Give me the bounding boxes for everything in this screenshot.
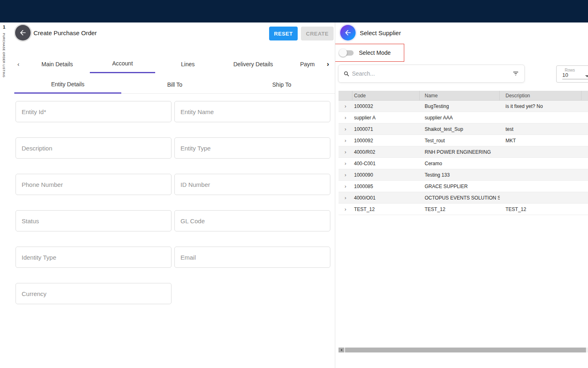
entity-id-input[interactable]: [16, 101, 172, 122]
cell-name: Testing 133: [420, 172, 500, 178]
supplier-row[interactable]: › 1000090 Testing 133: [339, 169, 588, 181]
tab-lines[interactable]: Lines: [155, 55, 220, 73]
chevron-right-icon: ›: [327, 60, 329, 68]
reset-button[interactable]: RESET: [269, 27, 298, 40]
supplier-row[interactable]: › 400-C001 Ceramo: [339, 158, 588, 169]
rows-value-row[interactable]: 10: [562, 72, 588, 79]
supplier-row[interactable]: › 4000/R02 RNH POWER ENGINEERING: [339, 146, 588, 158]
cell-name: Test_rout: [420, 138, 500, 144]
triangle-left-icon: [341, 349, 342, 351]
cell-name: TEST_12: [420, 206, 500, 212]
tab-payment[interactable]: Paym: [286, 55, 327, 73]
cell-name: supplier AAA: [420, 115, 500, 121]
cell-name: Shaikot_test_Sup: [420, 126, 500, 132]
strip-index: 1: [3, 25, 5, 29]
rows-per-page-select[interactable]: Rows 10: [556, 65, 588, 83]
subtab-ship-to[interactable]: Ship To: [228, 76, 335, 94]
gl-code-input[interactable]: [174, 210, 330, 231]
toggle-thumb: [339, 49, 347, 57]
subtab-entity-details[interactable]: Entity Details: [14, 76, 121, 94]
chevron-left-icon: ‹: [18, 61, 20, 67]
supplier-back-button[interactable]: [340, 25, 356, 40]
horizontal-scrollbar[interactable]: [339, 348, 588, 352]
tab-account[interactable]: Account: [90, 55, 155, 73]
cell-description: is it fixed yet? No: [500, 103, 581, 109]
header-name[interactable]: Name: [420, 91, 500, 101]
row-expand-icon[interactable]: ›: [339, 172, 352, 178]
back-button[interactable]: [15, 25, 31, 40]
entity-type-input[interactable]: [174, 137, 330, 159]
row-expand-icon[interactable]: ›: [339, 137, 352, 144]
supplier-row[interactable]: › 4000/O01 OCTOPUS EVENTS SOLUTION S...: [339, 192, 588, 204]
email-input[interactable]: [174, 247, 330, 268]
supplier-row[interactable]: › supplier A supplier AAA: [339, 112, 588, 123]
row-expand-icon[interactable]: ›: [339, 206, 352, 212]
header-code[interactable]: Code: [352, 91, 420, 101]
row-expand-icon[interactable]: ›: [339, 114, 352, 121]
supplier-row[interactable]: › TEST_12 TEST_12 TEST_12: [339, 204, 588, 215]
tab-main-details[interactable]: Main Details: [24, 55, 90, 73]
cell-code: 1000071: [352, 126, 420, 132]
select-mode-toggle[interactable]: [339, 49, 355, 57]
create-po-panel: Create Purchase Order RESET CREATE ‹ Mai…: [14, 22, 335, 368]
cell-name: RNH POWER ENGINEERING: [420, 149, 500, 155]
row-expand-icon[interactable]: ›: [339, 195, 352, 201]
cell-name: GRACE SUPPLIER: [420, 184, 500, 189]
arrow-back-icon: [19, 29, 27, 37]
currency-input[interactable]: [16, 283, 172, 304]
scrollbar-thumb[interactable]: [345, 348, 586, 352]
tab-delivery-details[interactable]: Delivery Details: [220, 55, 286, 73]
supplier-panel-title: Select Supplier: [360, 29, 401, 36]
header-clipped-col: [581, 91, 588, 101]
cell-code: 1000092: [352, 138, 420, 144]
screen: 1 PURCHASE ORDER LISTING Create Purchase…: [0, 0, 588, 368]
side-strip[interactable]: 1 PURCHASE ORDER LISTING: [0, 22, 14, 368]
status-input[interactable]: [16, 210, 172, 231]
cell-name: Ceramo: [420, 161, 500, 166]
header-expand-col: [339, 91, 352, 101]
chevron-down-icon: [585, 75, 588, 77]
entity-name-input[interactable]: [174, 101, 330, 122]
header-description[interactable]: Description: [500, 91, 581, 101]
top-navbar: [0, 0, 588, 22]
description-input[interactable]: [16, 137, 172, 159]
create-button[interactable]: CREATE: [301, 27, 334, 40]
subtab-bill-to[interactable]: Bill To: [121, 76, 228, 94]
id-number-input[interactable]: [174, 174, 330, 195]
supplier-search-input[interactable]: [352, 70, 512, 77]
row-expand-icon[interactable]: ›: [339, 183, 352, 189]
cell-code: 1000090: [352, 172, 420, 178]
supplier-row[interactable]: › 1000032 BugTesting is it fixed yet? No: [339, 101, 588, 112]
filter-icon[interactable]: [512, 70, 519, 77]
search-icon: [343, 71, 350, 77]
tabs-scroll-right[interactable]: ›: [324, 55, 332, 73]
row-expand-icon[interactable]: ›: [339, 103, 352, 109]
cell-code: supplier A: [352, 115, 420, 121]
table-header-row: Code Name Description: [339, 91, 588, 101]
cell-code: 4000/O01: [352, 195, 420, 201]
supplier-row[interactable]: › 1000092 Test_rout MKT: [339, 135, 588, 146]
strip-label: PURCHASE ORDER LISTING: [2, 33, 5, 78]
select-mode-label: Select Mode: [359, 49, 391, 56]
cell-code: 400-C001: [352, 161, 420, 166]
row-expand-icon[interactable]: ›: [339, 126, 352, 132]
supplier-table: Code Name Description › 1000032 BugTesti…: [339, 91, 588, 215]
supplier-search-box: [338, 65, 525, 83]
arrow-back-icon: [344, 29, 352, 37]
row-expand-icon[interactable]: ›: [339, 149, 352, 155]
cell-code: TEST_12: [352, 206, 420, 212]
supplier-row[interactable]: › 1000071 Shaikot_test_Sup test: [339, 123, 588, 135]
cell-description: TEST_12: [500, 206, 581, 212]
rows-value: 10: [562, 72, 568, 78]
supplier-row[interactable]: › 1000085 GRACE SUPPLIER: [339, 181, 588, 192]
tabs-scroll-left[interactable]: ‹: [14, 55, 22, 73]
cell-name: OCTOPUS EVENTS SOLUTION S...: [420, 195, 500, 201]
phone-number-input[interactable]: [16, 174, 172, 195]
select-supplier-panel: Select Supplier Select Mode Rows 10: [335, 22, 588, 368]
identity-type-input[interactable]: [16, 247, 172, 268]
cell-code: 1000032: [352, 103, 420, 109]
select-mode-highlight-box: Select Mode: [335, 44, 404, 62]
scroll-left-button[interactable]: [339, 348, 344, 352]
row-expand-icon[interactable]: ›: [339, 160, 352, 166]
cell-code: 4000/R02: [352, 149, 420, 155]
